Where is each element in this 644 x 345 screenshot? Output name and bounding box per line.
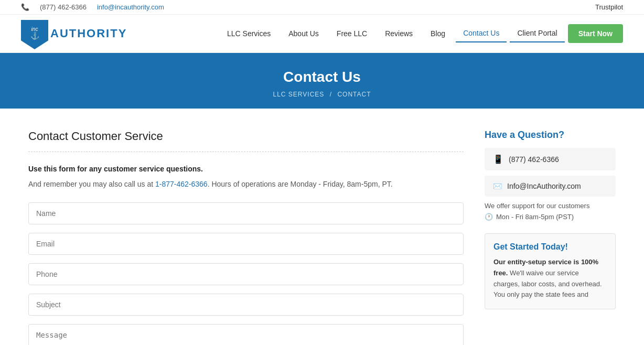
breadcrumb-current: CONTACT: [337, 91, 371, 98]
section-divider: [28, 152, 464, 152]
nav-client-portal[interactable]: Client Portal: [510, 25, 564, 42]
breadcrumb-separator: /: [330, 91, 332, 98]
hero-title: Contact Us: [10, 69, 634, 85]
logo-icon: inc ⚓: [21, 20, 48, 47]
question-section: Have a Question? 📱 (877) 462-6366 ✉️ Inf…: [485, 130, 616, 221]
subject-input[interactable]: [28, 294, 464, 316]
phone-link[interactable]: 1-877-462-6366: [155, 180, 208, 188]
support-hours: 🕐 Mon - Fri 8am-5pm (PST): [485, 213, 616, 221]
logo-authority-text: AUTHORITY: [50, 27, 127, 40]
sidebar-question-title: Have a Question?: [485, 130, 616, 141]
message-input[interactable]: [28, 324, 464, 345]
section-title: Contact Customer Service: [28, 130, 464, 143]
top-bar: 📞 (877) 462-6366 info@incauthority.com T…: [0, 0, 644, 15]
phone-input[interactable]: [28, 263, 464, 285]
nav-blog[interactable]: Blog: [423, 25, 453, 42]
hero-banner: Contact Us LLC SERVICES / CONTACT: [0, 53, 644, 109]
support-text: We offer support for our customers: [485, 202, 616, 210]
get-started-body: We'll waive our service charges, labor c…: [493, 269, 602, 299]
get-started-text: Our entity-setup service is 100% free. W…: [493, 257, 607, 300]
trustpilot-link[interactable]: Trustpilot: [595, 3, 623, 11]
form-intro-text: And remember you may also call us at 1-8…: [28, 178, 464, 190]
shield-authority-text: ⚓: [30, 32, 39, 39]
right-column: Have a Question? 📱 (877) 462-6366 ✉️ Inf…: [485, 130, 616, 345]
shield-shape: inc ⚓: [21, 20, 48, 49]
support-hours-text: Mon - Fri 8am-5pm (PST): [496, 213, 574, 221]
email-card-icon: ✉️: [493, 182, 502, 190]
top-email[interactable]: info@incauthority.com: [97, 3, 164, 11]
breadcrumb: LLC SERVICES / CONTACT: [10, 91, 634, 98]
email-card[interactable]: ✉️ Info@IncAuthority.com: [485, 176, 616, 197]
top-phone: (877) 462-6366: [40, 3, 87, 11]
start-now-button[interactable]: Start Now: [568, 24, 623, 43]
logo[interactable]: inc ⚓ AUTHORITY: [21, 20, 127, 47]
main-content: Contact Customer Service Use this form f…: [7, 109, 637, 345]
top-bar-left: 📞 (877) 462-6366 info@incauthority.com: [21, 3, 164, 11]
name-input[interactable]: [28, 202, 464, 224]
clock-icon: 🕐: [485, 213, 493, 221]
email-input[interactable]: [28, 233, 464, 255]
nav-reviews[interactable]: Reviews: [378, 25, 420, 42]
nav-llc-services[interactable]: LLC Services: [220, 25, 278, 42]
nav-about-us[interactable]: About Us: [281, 25, 326, 42]
phone-card[interactable]: 📱 (877) 462-6366: [485, 148, 616, 170]
nav-contact-us[interactable]: Contact Us: [456, 25, 507, 42]
form-intro-bold: Use this form for any customer service q…: [28, 165, 464, 173]
phone-icon: 📞: [21, 3, 29, 11]
main-nav: LLC Services About Us Free LLC Reviews B…: [220, 24, 623, 43]
phone-card-icon: 📱: [493, 154, 503, 164]
sidebar-email: Info@IncAuthority.com: [507, 182, 581, 190]
nav-free-llc[interactable]: Free LLC: [329, 25, 374, 42]
header: inc ⚓ AUTHORITY LLC Services About Us Fr…: [0, 15, 644, 53]
left-column: Contact Customer Service Use this form f…: [28, 130, 464, 345]
sidebar-phone: (877) 462-6366: [509, 155, 559, 164]
get-started-box: Get Started Today! Our entity-setup serv…: [485, 233, 616, 309]
breadcrumb-home[interactable]: LLC SERVICES: [273, 91, 325, 98]
get-started-title: Get Started Today!: [493, 242, 607, 252]
